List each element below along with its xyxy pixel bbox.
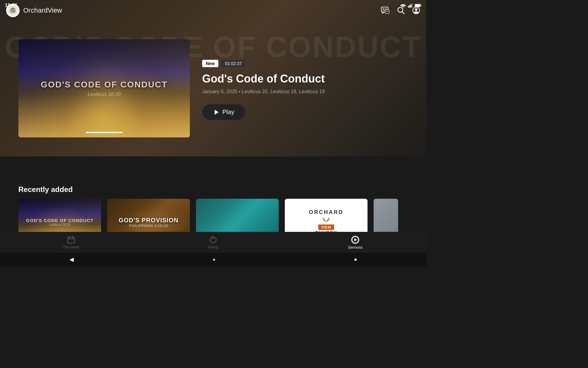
app-logo bbox=[6, 4, 20, 17]
chat-icon[interactable] bbox=[381, 7, 390, 14]
svg-marker-22 bbox=[215, 110, 219, 115]
svg-point-21 bbox=[415, 8, 417, 11]
svg-rect-15 bbox=[385, 10, 389, 13]
play-label: Play bbox=[222, 109, 234, 116]
giving-icon bbox=[209, 236, 217, 244]
play-button[interactable]: Play bbox=[202, 104, 245, 120]
svg-rect-14 bbox=[383, 10, 385, 10]
hero-thumb-inner: GOD'S CODE OF CONDUCT Leviticus 18-20 bbox=[18, 39, 190, 137]
svg-point-10 bbox=[12, 10, 14, 12]
nav-item-giving[interactable]: Giving bbox=[142, 236, 284, 249]
badge-new: New bbox=[202, 60, 218, 67]
hero-meta: January 5, 2025 • Leviticus 20, Leviticu… bbox=[202, 89, 408, 94]
app-name: OrchardView bbox=[23, 6, 62, 14]
svg-line-19 bbox=[402, 12, 404, 14]
hero-thumb-progress-bar bbox=[86, 132, 123, 133]
card-4-logo: ORCHARD VIEW CHURCH bbox=[309, 209, 344, 235]
nav-icons bbox=[381, 6, 420, 14]
nav-item-giving-label: Giving bbox=[208, 245, 218, 249]
bottom-tab-nav: This week Giving Sermons bbox=[0, 232, 426, 253]
svg-rect-13 bbox=[385, 9, 387, 9]
android-nav: ◀ ● ■ bbox=[0, 253, 426, 266]
play-icon bbox=[213, 109, 219, 115]
card-2-title: GOD'S PROVISION bbox=[119, 217, 178, 224]
svg-rect-12 bbox=[383, 9, 384, 9]
card-1-subtitle: Leviticus 18-20 bbox=[26, 223, 93, 226]
hero-thumbnail[interactable]: GOD'S CODE OF CONDUCT Leviticus 18-20 bbox=[18, 39, 190, 137]
nav-item-this-week[interactable]: This week bbox=[0, 236, 142, 249]
nav-item-sermons[interactable]: Sermons bbox=[284, 236, 426, 250]
home-button[interactable]: ● bbox=[213, 257, 215, 262]
nav-item-sermons-label: Sermons bbox=[348, 245, 363, 250]
section-title: Recently added bbox=[18, 185, 408, 194]
badge-duration: 01:02:37 bbox=[221, 60, 246, 67]
hero-thumb-title: GOD'S CODE OF CONDUCT bbox=[41, 79, 168, 90]
card-1-text: GOD'S CODE OF CONDUCT Leviticus 18-20 bbox=[26, 218, 93, 226]
card-2-subtitle: PHILIPPIANS 4:10-20 bbox=[119, 224, 178, 228]
back-button[interactable]: ◀ bbox=[70, 256, 74, 263]
hero-content: GOD'S CODE OF CONDUCT Leviticus 18-20 Ne… bbox=[0, 21, 426, 156]
sermons-icon bbox=[351, 236, 360, 244]
card-1-title: GOD'S CODE OF CONDUCT bbox=[26, 218, 93, 223]
hero-thumb-subtitle: Leviticus 18-20 bbox=[41, 92, 168, 97]
svg-rect-16 bbox=[386, 11, 387, 12]
logo-area[interactable]: OrchardView bbox=[6, 4, 62, 17]
card-4-logo-top: ORCHARD bbox=[309, 209, 344, 216]
svg-rect-23 bbox=[68, 237, 74, 243]
leaf-left-icon bbox=[322, 217, 330, 223]
hero-badges: New 01:02:37 bbox=[202, 60, 408, 67]
calendar-icon bbox=[67, 236, 75, 244]
account-icon[interactable] bbox=[412, 6, 420, 14]
hero-title: God's Code of Conduct bbox=[202, 72, 408, 85]
svg-rect-17 bbox=[388, 11, 389, 12]
card-2-text: GOD'S PROVISION PHILIPPIANS 4:10-20 bbox=[119, 217, 178, 228]
hero-info: New 01:02:37 God's Code of Conduct Janua… bbox=[202, 57, 408, 120]
top-nav: OrchardView bbox=[0, 0, 426, 21]
nav-item-this-week-label: This week bbox=[63, 245, 79, 249]
hero-thumb-text: GOD'S CODE OF CONDUCT Leviticus 18-20 bbox=[41, 79, 168, 97]
recents-button[interactable]: ■ bbox=[354, 257, 357, 262]
search-icon[interactable] bbox=[397, 6, 405, 14]
